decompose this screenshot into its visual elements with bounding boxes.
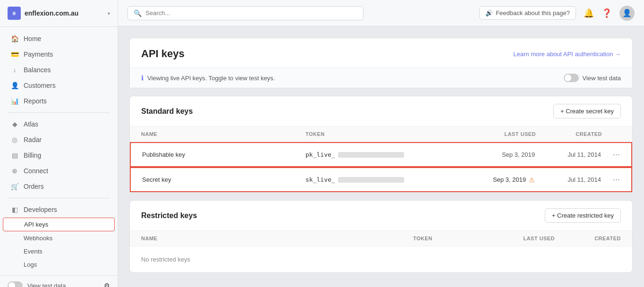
sidebar-item-reports[interactable]: 📊 Reports <box>3 93 115 109</box>
sidebar-item-radar-label: Radar <box>24 136 42 144</box>
secret-key-token: sk_live_ <box>305 176 469 183</box>
sidebar-item-atlas-label: Atlas <box>24 120 38 128</box>
billing-icon: ▤ <box>10 152 19 159</box>
search-icon: 🔍 <box>134 9 142 17</box>
col-created: CREATED <box>536 131 602 137</box>
content-area: 🔍 🔊 Feedback about this page? 🔔 ❓ 👤 API … <box>118 0 644 287</box>
r-col-last-used: LAST USED <box>489 236 555 241</box>
r-col-name: NAME <box>141 236 413 241</box>
nav-divider-1 <box>8 112 110 113</box>
info-banner-left: ℹ Viewing live API keys. Toggle to view … <box>141 74 275 82</box>
search-input[interactable] <box>145 9 357 17</box>
sidebar-item-customers[interactable]: 👤 Customers <box>3 78 115 93</box>
table-row-secret: Secret key sk_live_ Sep 3, 2019 ⚠ Jul 11… <box>130 167 632 192</box>
sidebar-item-atlas[interactable]: ◆ Atlas <box>3 117 115 132</box>
sidebar-item-billing[interactable]: ▤ Billing <box>3 148 115 163</box>
home-icon: 🏠 <box>10 35 19 42</box>
info-banner: ℹ Viewing live API keys. Toggle to view … <box>130 68 632 88</box>
settings-icon: ⚙ <box>104 282 110 287</box>
learn-more-link[interactable]: Learn more about API authentication → <box>513 51 621 58</box>
nav-divider-2 <box>8 198 110 198</box>
standard-keys-title: Standard keys <box>141 107 193 116</box>
create-restricted-key-button[interactable]: + Create restricted key <box>545 208 621 223</box>
sidebar-item-developers[interactable]: ◧ Developers <box>3 202 115 217</box>
standard-keys-table-header: NAME TOKEN LAST USED CREATED <box>130 127 632 142</box>
warning-icon: ⚠ <box>529 176 535 184</box>
restricted-keys-title: Restricted keys <box>141 211 197 220</box>
help-icon[interactable]: ❓ <box>602 8 612 18</box>
user-avatar[interactable]: 👤 <box>619 6 635 21</box>
r-col-token: TOKEN <box>413 236 489 241</box>
secret-key-last-used: Sep 3, 2019 <box>493 176 526 183</box>
brand-chevron-icon: ▾ <box>108 11 110 16</box>
secret-key-prefix: sk_live_ <box>305 176 335 183</box>
sidebar-item-balances-label: Balances <box>24 66 51 74</box>
sidebar-item-webhooks[interactable]: Webhooks <box>3 232 115 245</box>
developers-icon: ◧ <box>10 206 19 213</box>
no-restricted-keys: No restricted keys <box>130 246 632 272</box>
sidebar-item-customers-label: Customers <box>24 82 56 89</box>
info-banner-text: Viewing live API keys. Toggle to view te… <box>147 75 275 82</box>
sidebar-item-events[interactable]: Events <box>3 245 115 258</box>
sidebar-item-payments-label: Payments <box>24 51 53 58</box>
page-title: API keys <box>141 48 185 60</box>
restricted-keys-header: Restricted keys + Create restricted key <box>130 201 632 231</box>
create-secret-key-button[interactable]: + Create secret key <box>553 104 621 118</box>
publishable-key-prefix: pk_live_ <box>305 151 335 158</box>
sidebar-item-connect-label: Connect <box>24 167 48 175</box>
reports-icon: 📊 <box>10 97 19 105</box>
sidebar-item-logs[interactable]: Logs <box>3 258 115 271</box>
sidebar-item-events-label: Events <box>24 248 42 255</box>
standard-keys-card: Standard keys + Create secret key NAME T… <box>129 96 633 193</box>
standard-keys-header: Standard keys + Create secret key <box>130 96 632 127</box>
secret-key-menu[interactable]: ··· <box>601 175 620 185</box>
sidebar-item-api-keys-label: API keys <box>24 221 48 228</box>
publishable-key-mask <box>338 152 404 158</box>
info-icon: ℹ <box>141 74 144 82</box>
brand-header[interactable]: e enflexion.com.au ▾ <box>0 0 118 27</box>
publishable-key-last-used: Sep 3, 2019 <box>469 151 535 158</box>
publishable-key-created: Jul 11, 2014 <box>535 151 601 158</box>
sidebar-item-home[interactable]: 🏠 Home <box>3 31 115 46</box>
sidebar-item-connect[interactable]: ⊕ Connect <box>3 163 115 178</box>
col-last-used: LAST USED <box>470 131 536 137</box>
main-content: API keys Learn more about API authentica… <box>118 26 644 287</box>
settings-button[interactable]: ⚙ <box>104 282 110 287</box>
publishable-key-token: pk_live_ <box>305 151 469 158</box>
publishable-key-menu[interactable]: ··· <box>601 150 620 160</box>
sidebar-item-reports-label: Reports <box>24 97 47 105</box>
sidebar: e enflexion.com.au ▾ 🏠 Home 💳 Payments ↓… <box>0 0 118 287</box>
col-token: TOKEN <box>305 131 470 137</box>
atlas-icon: ◆ <box>10 120 19 128</box>
table-row-publishable: Publishable key pk_live_ Sep 3, 2019 Jul… <box>130 142 632 167</box>
sidebar-item-billing-label: Billing <box>24 152 41 159</box>
topbar-right: 🔊 Feedback about this page? 🔔 ❓ 👤 <box>479 6 635 21</box>
secret-key-mask <box>338 177 404 183</box>
sidebar-item-home-label: Home <box>24 35 41 42</box>
notifications-icon[interactable]: 🔔 <box>584 8 594 18</box>
sidebar-item-radar[interactable]: ◎ Radar <box>3 132 115 147</box>
sidebar-item-payments[interactable]: 💳 Payments <box>3 47 115 62</box>
col-name: NAME <box>141 131 305 137</box>
brand-name: enflexion.com.au <box>25 9 78 17</box>
api-keys-title-row: API keys Learn more about API authentica… <box>130 38 632 68</box>
feedback-icon: 🔊 <box>485 9 493 17</box>
feedback-label: Feedback about this page? <box>496 9 570 17</box>
restricted-keys-table-header: NAME TOKEN LAST USED CREATED <box>130 231 632 246</box>
view-test-data-toggle[interactable] <box>8 281 23 287</box>
search-box[interactable]: 🔍 <box>127 6 364 20</box>
feedback-button[interactable]: 🔊 Feedback about this page? <box>479 6 576 20</box>
col-actions <box>602 131 621 137</box>
view-test-data-toggle-right[interactable]: View test data <box>564 74 621 82</box>
sidebar-item-balances[interactable]: ↓ Balances <box>3 62 115 77</box>
sidebar-item-api-keys[interactable]: API keys <box>3 218 115 231</box>
test-data-toggle[interactable] <box>564 74 579 82</box>
sidebar-item-webhooks-label: Webhooks <box>24 235 52 242</box>
customers-icon: 👤 <box>10 82 19 89</box>
sidebar-item-orders[interactable]: 🛒 Orders <box>3 179 115 194</box>
view-test-data-text: View test data <box>583 75 621 82</box>
secret-key-last-used-cell: Sep 3, 2019 ⚠ <box>469 176 535 184</box>
sidebar-item-orders-label: Orders <box>24 183 44 190</box>
api-keys-header-card: API keys Learn more about API authentica… <box>129 38 633 88</box>
payments-icon: 💳 <box>10 51 19 58</box>
